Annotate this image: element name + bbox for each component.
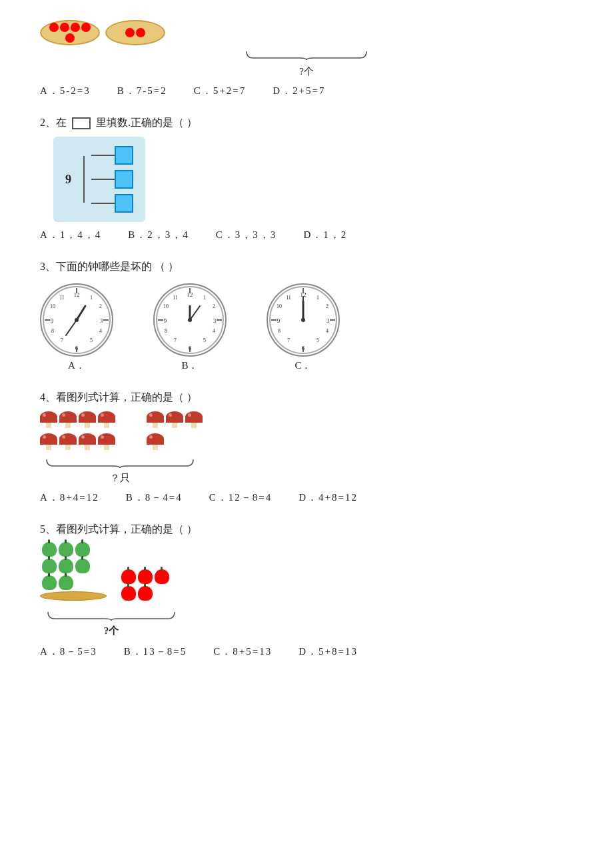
- q4-mushroom-group2: [147, 411, 207, 453]
- q5-brace-container: ?个: [41, 609, 181, 637]
- clock-b-label: B．: [181, 359, 198, 372]
- svg-text:6: 6: [302, 345, 305, 351]
- q4-choice-d: D．4+8=12: [299, 491, 358, 504]
- branch-line-1: [91, 155, 115, 156]
- red-apple-2: [138, 569, 153, 584]
- svg-text:8: 8: [165, 328, 167, 334]
- clock-a-svg: 12 6 9 3 1 2 4 5 7 8 10 11: [41, 285, 112, 355]
- q4-mushrooms: [40, 411, 573, 453]
- svg-text:4: 4: [99, 328, 102, 334]
- q2-tree-root: 9: [65, 173, 71, 187]
- q5-brace-label: ?个: [41, 625, 181, 637]
- branch-row-3: [91, 194, 133, 213]
- clock-a-wrap: 12 6 9 3 1 2 4 5 7 8 10 11: [40, 283, 113, 372]
- green-apple-5: [59, 559, 73, 573]
- q2-image-area: 9: [53, 137, 573, 222]
- q4-brace-container: ？只: [40, 456, 573, 485]
- mushroom-4: [98, 411, 115, 431]
- plate-1-dish: [40, 20, 100, 45]
- q5-choice-a: A．8－5=3: [40, 645, 97, 658]
- q4-brace-label: ？只: [40, 472, 200, 485]
- apple: [65, 33, 75, 43]
- svg-text:7: 7: [174, 337, 177, 343]
- svg-text:4: 4: [326, 328, 328, 334]
- svg-text:2: 2: [326, 303, 328, 309]
- tree-box-1: [115, 146, 133, 165]
- q2-choice-b: B．2，3，4: [128, 229, 189, 241]
- apple: [71, 23, 80, 32]
- q4-choice-a: A．8+4=12: [40, 491, 99, 504]
- svg-point-19: [75, 318, 79, 322]
- svg-text:3: 3: [326, 317, 330, 324]
- mushroom-12: [147, 433, 164, 453]
- q2-choice-c: C．3，3，3: [216, 229, 277, 241]
- q1-brace: ?个: [40, 48, 573, 78]
- branch-line-2: [91, 179, 115, 180]
- tree-box-3: [115, 194, 133, 213]
- q5-image-area: ?个: [40, 542, 573, 637]
- mushroom-5: [40, 433, 57, 453]
- plate-1-apples: [46, 22, 94, 43]
- mushroom-11: [185, 411, 203, 431]
- red-apple-5: [138, 586, 153, 601]
- svg-text:3: 3: [100, 317, 103, 324]
- mushroom-9: [147, 411, 164, 431]
- q4-choice-b: B．8－4=4: [126, 491, 183, 504]
- brace-svg: [240, 48, 373, 61]
- svg-text:6: 6: [189, 345, 192, 351]
- svg-text:10: 10: [277, 303, 282, 309]
- svg-text:5: 5: [316, 337, 319, 343]
- svg-text:11: 11: [59, 295, 65, 301]
- svg-text:5: 5: [90, 337, 93, 343]
- question-1: ?个 A．5-2=3 B．7-5=2 C．5+2=7 D．2+5=7: [40, 20, 573, 97]
- svg-text:9: 9: [164, 317, 167, 324]
- clock-c-wrap: 12 6 9 3 1 2 4 5 7 8 10 11: [267, 283, 340, 372]
- tree-branches: [91, 146, 133, 213]
- q2-tree-bg: 9: [53, 137, 145, 222]
- svg-text:7: 7: [287, 337, 290, 343]
- svg-text:9: 9: [277, 317, 281, 324]
- q5-choice-c: C．8+5=13: [213, 645, 272, 658]
- clock-a-label: A．: [68, 359, 85, 372]
- mushroom-2: [59, 411, 77, 431]
- q5-plate-base: [40, 591, 107, 601]
- mushroom-1: [40, 411, 57, 431]
- green-apple-6: [75, 559, 90, 573]
- clock-c: 12 6 9 3 1 2 4 5 7 8 10 11: [267, 283, 340, 357]
- question-3: 3、下面的钟哪些是坏的 （ ） 12 6: [40, 260, 573, 372]
- green-apple-1: [42, 542, 57, 557]
- tree-box-2: [115, 170, 133, 189]
- svg-text:7: 7: [61, 337, 63, 343]
- plate-1: [40, 20, 100, 45]
- svg-text:11: 11: [286, 295, 291, 301]
- q2-choices: A．1，4，4 B．2，3，4 C．3，3，3 D．1，2: [40, 229, 573, 241]
- apple: [81, 23, 91, 32]
- tree-vertical-line: [83, 156, 85, 203]
- svg-text:1: 1: [203, 295, 206, 301]
- question-5: 5、看图列式计算，正确的是（ ）: [40, 523, 573, 658]
- q2-label: 2、在 里填数.正确的是（ ）: [40, 116, 573, 130]
- mushroom-8: [98, 433, 115, 453]
- red-apple-4: [121, 586, 136, 601]
- question-2: 2、在 里填数.正确的是（ ） 9: [40, 116, 573, 241]
- svg-text:9: 9: [51, 317, 54, 324]
- svg-text:10: 10: [163, 303, 169, 309]
- apple: [125, 28, 135, 37]
- question-4: 4、看图列式计算，正确的是（ ）: [40, 391, 573, 504]
- svg-text:1: 1: [316, 295, 319, 301]
- svg-point-39: [188, 318, 192, 322]
- q2-label2-text: 里填数.正确的是（ ）: [96, 117, 197, 128]
- branch-row-1: [91, 146, 133, 165]
- red-apple-3: [155, 569, 169, 584]
- q1-choice-b: B．7-5=2: [117, 85, 167, 97]
- green-apple-7: [42, 575, 57, 590]
- q5-green-apples: [42, 542, 105, 590]
- q4-mushroom-group1: [40, 411, 133, 453]
- clock-b-svg: 12 6 9 3 1 2 4 5 7 8 10 11: [155, 285, 225, 355]
- clock-c-svg: 12 6 9 3 1 2 4 5 7 8 10 11: [268, 285, 338, 355]
- clock-c-label: C．: [295, 359, 311, 372]
- svg-text:11: 11: [173, 295, 178, 301]
- svg-text:1: 1: [90, 295, 93, 301]
- apple: [136, 28, 145, 37]
- q1-choice-c: C．5+2=7: [194, 85, 246, 97]
